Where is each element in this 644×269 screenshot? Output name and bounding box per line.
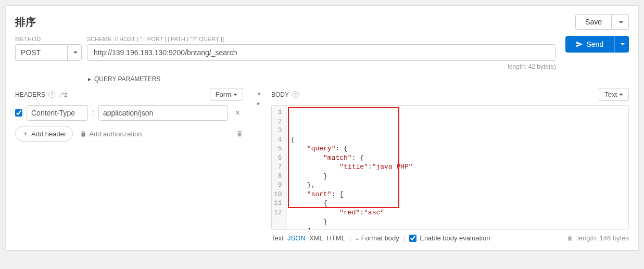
lock-icon [80, 131, 86, 137]
add-header-label: Add header [31, 130, 66, 138]
headers-pane: HEADERS ? ↓ᴬᴢ Form : × ＋ Add header [15, 88, 248, 242]
body-view-toggle[interactable]: Text [599, 88, 629, 101]
headers-actions-left: ＋ Add header Add authorization [15, 126, 142, 142]
header-remove-icon[interactable]: × [232, 108, 243, 118]
header-enabled-checkbox[interactable] [15, 109, 22, 117]
url-input[interactable] [87, 44, 556, 61]
request-panel: 排序 Save METHOD POST SCHEME :// HOST [ ":… [5, 5, 639, 251]
url-label: SCHEME :// HOST [ ":" PORT ] [ PATH [ "?… [87, 36, 556, 42]
send-dropdown-button[interactable] [614, 36, 629, 53]
separator: | [403, 234, 405, 242]
header-value-input[interactable] [98, 105, 228, 121]
collapse-left-icon[interactable]: ◂ [257, 90, 260, 97]
url-length: length: 42 byte(s) [87, 63, 556, 70]
body-head: BODY ? Text [271, 88, 629, 101]
pane-divider: ◂ ▸ [248, 88, 269, 242]
caret-right-icon: ▸ [88, 75, 91, 83]
method-col: METHOD POST [15, 36, 82, 61]
query-params-toggle[interactable]: ▸ QUERY PARAMETERS [88, 75, 629, 83]
body-footer-left: Text JSON XML HTML | ≡ Format body | Ena… [271, 234, 490, 242]
url-col: SCHEME :// HOST [ ":" PORT ] [ PATH [ "?… [87, 36, 556, 70]
method-combo[interactable]: POST [15, 44, 82, 61]
editor-code[interactable]: { "query": { "match": { "title":"java PH… [287, 106, 628, 229]
method-value: POST [15, 44, 67, 61]
format-body-button[interactable]: ≡ Format body [355, 234, 399, 242]
body-title: BODY [271, 91, 289, 98]
plus-icon: ＋ [22, 129, 29, 138]
method-label: METHOD [15, 36, 82, 42]
header-name-input[interactable] [27, 105, 88, 121]
body-footer: Text JSON XML HTML | ≡ Format body | Ena… [271, 234, 629, 242]
add-authorization-button[interactable]: Add authorization [80, 130, 142, 138]
headers-view-toggle[interactable]: Form [210, 88, 243, 101]
enable-body-eval-checkbox[interactable] [409, 235, 416, 242]
body-pane: BODY ? Text 123456789101112 { "query": {… [269, 88, 629, 242]
separator: | [349, 234, 351, 242]
help-icon[interactable]: ? [292, 91, 299, 98]
headers-head: HEADERS ? ↓ᴬᴢ Form [15, 88, 243, 101]
header-colon: : [92, 109, 94, 117]
page-title: 排序 [15, 15, 36, 29]
top-row: 排序 Save [15, 14, 629, 30]
send-icon [576, 41, 583, 48]
headers-title: HEADERS [15, 91, 45, 98]
body-format-tab-text[interactable]: Text [271, 234, 284, 242]
save-button[interactable]: Save [575, 14, 612, 30]
add-header-button[interactable]: ＋ Add header [15, 126, 73, 142]
send-button[interactable]: Send [565, 36, 614, 53]
body-editor[interactable]: 123456789101112 { "query": { "match": { … [271, 105, 629, 230]
header-row: : × [15, 105, 243, 121]
body-trash-icon[interactable] [566, 235, 573, 241]
add-auth-label: Add authorization [89, 130, 142, 138]
body-title-wrap: BODY ? [271, 91, 299, 98]
send-col: X Send [561, 36, 629, 53]
body-format-tabs: Text JSON XML HTML [271, 234, 345, 242]
enable-body-eval[interactable]: Enable body evaluation [409, 234, 490, 242]
body-length: length: 146 bytes [577, 234, 629, 242]
align-icon: ≡ [355, 234, 359, 242]
editor-gutter: 123456789101112 [272, 106, 287, 229]
save-dropdown-button[interactable] [612, 14, 629, 30]
body-footer-right: length: 146 bytes [566, 234, 629, 242]
collapse-right-icon[interactable]: ▸ [257, 100, 260, 107]
headers-trash-icon[interactable] [236, 130, 243, 137]
save-group: Save [575, 14, 629, 30]
send-label: Send [586, 40, 603, 48]
sort-icon[interactable]: ↓ᴬᴢ [58, 91, 67, 98]
help-icon[interactable]: ? [48, 91, 55, 98]
format-body-label: Format body [361, 234, 399, 242]
method-caret[interactable] [67, 44, 82, 61]
body-format-tab-html[interactable]: HTML [326, 234, 345, 242]
enable-body-eval-label: Enable body evaluation [420, 234, 490, 242]
headers-actions: ＋ Add header Add authorization [15, 126, 243, 142]
query-params-label: QUERY PARAMETERS [94, 75, 160, 83]
headers-title-wrap: HEADERS ? ↓ᴬᴢ [15, 91, 67, 98]
body-format-tab-xml[interactable]: XML [309, 234, 323, 242]
body-format-tab-json[interactable]: JSON [287, 234, 306, 242]
two-col: HEADERS ? ↓ᴬᴢ Form : × ＋ Add header [15, 88, 629, 242]
request-line-row: METHOD POST SCHEME :// HOST [ ":" PORT ]… [15, 36, 629, 70]
